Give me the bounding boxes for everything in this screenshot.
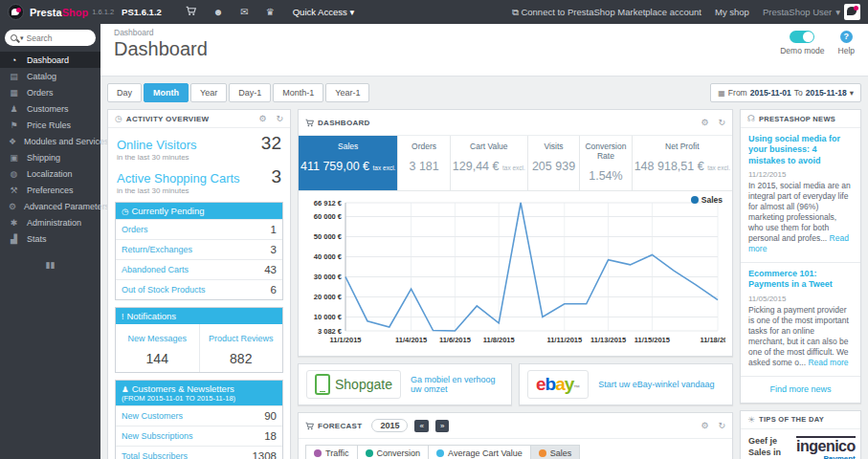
breadcrumb[interactable]: Dashboard <box>114 28 857 37</box>
demo-mode-toggle[interactable] <box>790 31 814 43</box>
abandoned-carts-link[interactable]: Abandoned Carts <box>122 265 189 274</box>
sidebar-item-localization[interactable]: ◍Localization <box>0 165 100 182</box>
chip-traffic[interactable]: Traffic <box>305 445 358 459</box>
kpi-visits[interactable]: Visits205 939 <box>528 136 580 190</box>
stat-cell: Product Reviews882 <box>199 324 283 372</box>
panel-refresh-icon[interactable]: ↻ <box>276 114 283 123</box>
tip-content: Geef je Sales in het buitenland een Boos… <box>741 429 860 459</box>
product-reviews-link[interactable]: Product Reviews <box>209 334 274 343</box>
sidebar-item-preferences[interactable]: ⚒Preferences <box>0 182 100 198</box>
sidebar-item-stats[interactable]: ▟Stats <box>0 230 100 247</box>
article-title-link[interactable]: Ecommerce 101: Payments in a Tweet <box>748 269 853 291</box>
svg-text:11/13/2015: 11/13/2015 <box>590 336 626 344</box>
chevron-down-icon: ▾ <box>349 7 354 17</box>
version-label: 1.6.1.2 <box>92 8 114 16</box>
news-panel-title: PRESTASHOP NEWS <box>759 115 835 123</box>
filter-day-1-button[interactable]: Day-1 <box>229 83 271 102</box>
activity-overview-panel: ◷ ACTIVITY OVERVIEW ⚙ ↻ Online Visitors3… <box>107 109 291 459</box>
sidebar-item-catalog[interactable]: ▤Catalog <box>0 68 100 84</box>
forecast-year-button[interactable]: 2015 <box>371 419 408 432</box>
panel-settings-icon[interactable]: ⚙ <box>701 118 708 127</box>
filter-month-1-button[interactable]: Month-1 <box>273 83 323 102</box>
messages-notifications-icon[interactable]: ✉ <box>240 7 248 17</box>
chip-average-cart-value[interactable]: Average Cart Value <box>429 445 531 459</box>
orders-icon: ▦ <box>9 88 19 98</box>
search-scope-caret-icon[interactable]: ▾ <box>20 34 24 42</box>
chip-sales[interactable]: Sales <box>531 445 581 459</box>
chart-legend[interactable]: Sales <box>691 195 723 205</box>
filter-year-1-button[interactable]: Year-1 <box>325 83 369 102</box>
panel-settings-icon[interactable]: ⚙ <box>701 421 708 430</box>
pending-returns-link[interactable]: Return/Exchanges <box>122 245 192 254</box>
read-more-link[interactable]: Read more <box>808 358 848 367</box>
ingenico-logo: ingenico Paymentservices <box>796 436 856 459</box>
filter-day-button[interactable]: Day <box>107 83 142 102</box>
price-rules-icon: ⚑ <box>9 120 19 130</box>
new-customers-link[interactable]: New Customers <box>122 411 183 421</box>
kpi-row: Sales411 759,00 € tax excl. Orders3 181 … <box>299 136 732 191</box>
sidebar-item-administration[interactable]: ✱Administration <box>0 214 100 230</box>
kpi-cart-value[interactable]: Cart Value129,44 € tax excl. <box>451 136 528 190</box>
kpi-orders[interactable]: Orders3 181 <box>398 136 450 190</box>
new-messages-link[interactable]: New Messages <box>127 334 187 343</box>
kpi-conversion-rate[interactable]: Conversion Rate1.54% <box>580 136 632 190</box>
marketplace-link[interactable]: ⧉ Connect to PrestaShop Marketplace acco… <box>512 7 701 18</box>
active-carts-link[interactable]: Active Shopping Carts <box>117 171 240 186</box>
sidebar-item-modules[interactable]: ❖Modules and Services <box>0 133 100 149</box>
filter-month-button[interactable]: Month <box>144 83 189 102</box>
kpi-net-profit[interactable]: Net Profit148 918,51 € tax excl. <box>633 136 732 190</box>
sidebar-item-orders[interactable]: ▦Orders <box>0 84 100 100</box>
ebay-link[interactable]: Start uw eBay-winkel vandaag <box>598 380 714 389</box>
link-icon: ⧉ <box>512 7 519 17</box>
kpi-sales[interactable]: Sales411 759,00 € tax excl. <box>299 136 398 190</box>
help-label: Help <box>838 46 855 55</box>
new-subscriptions-link[interactable]: New Subscriptions <box>122 431 193 441</box>
dashboard-icon: ◔ <box>9 55 19 65</box>
stats-icon: ▟ <box>9 234 19 244</box>
sidebar-search[interactable]: ▾ <box>5 30 96 46</box>
chip-conversion[interactable]: Conversion <box>358 445 430 459</box>
find-more-news-link[interactable]: Find more news <box>741 377 860 403</box>
out-of-stock-link[interactable]: Out of Stock Products <box>122 285 206 295</box>
user-menu[interactable]: PrestaShop User ▾ <box>763 4 860 20</box>
pending-orders-link[interactable]: Orders <box>122 225 148 234</box>
sidebar-item-customers[interactable]: ♟Customers <box>0 100 100 117</box>
help-icon[interactable]: ? <box>840 31 853 43</box>
user-icon: ♟ <box>122 384 129 394</box>
page-header: Dashboard Dashboard Demo mode ? Help <box>100 24 868 76</box>
stat-row: New Customers90 <box>116 405 282 426</box>
stat-row: New Subscriptions18 <box>116 426 282 446</box>
svg-text:11/6/2015: 11/6/2015 <box>439 336 471 344</box>
article-title-link[interactable]: Using social media for your business: 4 … <box>748 134 853 166</box>
sidebar-item-price-rules[interactable]: ⚑Price Rules <box>0 117 100 133</box>
forecast-panel: FORECAST 2015 « » ⚙ ↻ Traffic Conversion… <box>298 412 733 459</box>
online-visitors-link[interactable]: Online Visitors <box>117 138 197 152</box>
date-range-picker[interactable]: ▦ From2015-11-01 To2015-11-18 ▾ <box>710 83 861 102</box>
total-subscribers-link[interactable]: Total Subscribers <box>122 451 188 459</box>
sidebar-item-advanced-parameters[interactable]: ⚙Advanced Parameters <box>0 198 100 214</box>
filter-year-button[interactable]: Year <box>190 83 227 102</box>
trophy-icon[interactable]: ♛ <box>266 7 275 17</box>
panel-refresh-icon[interactable]: ↻ <box>718 118 725 127</box>
sidebar-collapse-icon[interactable]: ▮▮ <box>0 260 100 270</box>
my-shop-link[interactable]: My shop <box>715 7 749 17</box>
catalog-icon: ▤ <box>9 72 19 81</box>
news-article: Using social media for your business: 4 … <box>741 128 860 263</box>
customers-notifications-icon[interactable]: ☻ <box>213 7 224 17</box>
legend-dot-icon <box>691 196 699 204</box>
sidebar-item-shipping[interactable]: ▣Shipping <box>0 149 100 165</box>
panel-settings-icon[interactable]: ⚙ <box>258 114 266 123</box>
search-input[interactable] <box>27 33 90 43</box>
localization-icon: ◍ <box>9 169 19 179</box>
shopgate-link[interactable]: Ga mobiel en verhoog uw omzet <box>411 375 503 394</box>
stat-row: Abandoned Carts43 <box>116 259 282 279</box>
quick-access-menu[interactable]: Quick Access ▾ <box>293 7 354 17</box>
panel-refresh-icon[interactable]: ↻ <box>718 421 725 430</box>
customers-newsletters-section: ♟Customers & Newsletters(FROM 2015-11-01… <box>115 380 283 459</box>
forecast-next-button[interactable]: » <box>435 420 449 432</box>
forecast-prev-button[interactable]: « <box>414 420 428 432</box>
cart-notifications-icon[interactable] <box>186 6 196 18</box>
prestashop-logo[interactable] <box>8 4 24 20</box>
sidebar-item-dashboard[interactable]: ◔Dashboard <box>0 52 100 68</box>
dashboard-panel-title: DASHBOARD <box>318 119 370 127</box>
